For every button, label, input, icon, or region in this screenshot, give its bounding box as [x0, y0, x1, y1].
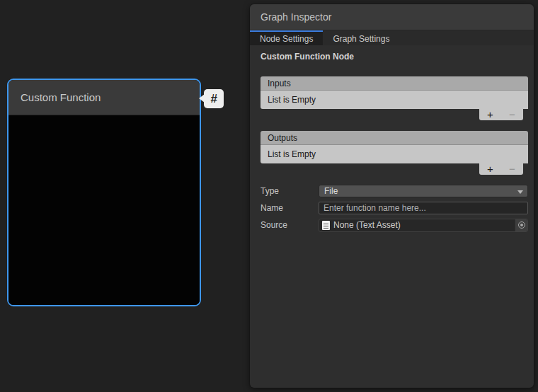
node-title: Custom Function [21, 91, 101, 103]
source-object-field[interactable]: None (Text Asset) [319, 219, 528, 232]
shader-graph-window: Custom Function # Graph Inspector Node S… [0, 0, 538, 392]
node-header[interactable]: Custom Function [8, 80, 200, 115]
node-settings-heading: Custom Function Node [261, 52, 528, 62]
type-row: Type File [261, 185, 528, 197]
inputs-add-button[interactable]: + [487, 110, 493, 120]
type-dropdown[interactable]: File [319, 185, 528, 197]
tab-node-settings-label: Node Settings [260, 34, 313, 44]
inputs-list-body: List is Empty [261, 91, 528, 109]
node-body [8, 115, 200, 306]
outputs-list-footer-row: + − [261, 163, 528, 175]
name-input[interactable] [319, 202, 528, 214]
chevron-down-icon [517, 190, 523, 194]
inputs-list-header: Inputs [261, 76, 528, 91]
hash-icon: # [210, 92, 217, 106]
panel-title: Graph Inspector [261, 11, 331, 23]
inputs-list-footer-row: + − [261, 109, 528, 120]
outputs-list: Outputs List is Empty + − [261, 131, 528, 175]
source-object-value: None (Text Asset) [333, 220, 401, 230]
outputs-empty-text: List is Empty [268, 149, 316, 159]
outputs-remove-button[interactable]: − [509, 164, 515, 174]
inputs-remove-button[interactable]: − [509, 110, 515, 120]
text-asset-icon [322, 221, 330, 230]
tab-graph-settings[interactable]: Graph Settings [323, 30, 399, 45]
name-label: Name [261, 203, 319, 213]
tab-graph-settings-label: Graph Settings [333, 34, 389, 44]
inputs-list-footer: + − [479, 109, 523, 120]
outputs-list-body: List is Empty [261, 145, 528, 163]
outputs-list-footer: + − [479, 163, 523, 175]
inputs-list-title: Inputs [268, 79, 291, 88]
outputs-add-button[interactable]: + [487, 164, 493, 174]
inputs-list: Inputs List is Empty + − [261, 76, 528, 120]
inspector-content: Custom Function Node Inputs List is Empt… [250, 45, 534, 231]
name-row: Name [261, 202, 528, 214]
custom-function-node[interactable]: Custom Function [7, 79, 201, 306]
panel-title-bar[interactable]: Graph Inspector [250, 4, 534, 30]
inspector-tab-bar: Node Settings Graph Settings [250, 30, 534, 45]
object-picker-button[interactable] [515, 219, 527, 231]
type-dropdown-value: File [324, 186, 338, 196]
outputs-list-title: Outputs [268, 133, 297, 143]
graph-inspector-panel: Graph Inspector Node Settings Graph Sett… [250, 4, 534, 388]
tab-node-settings[interactable]: Node Settings [250, 30, 323, 45]
source-row: Source None (Text Asset) [261, 219, 528, 231]
hash-badge[interactable]: # [204, 89, 224, 108]
object-picker-icon [518, 221, 525, 229]
type-label: Type [261, 186, 319, 196]
outputs-list-header: Outputs [261, 131, 528, 145]
node-settings-form: Type File Name Source None (Text Asset) [261, 185, 528, 231]
source-label: Source [261, 220, 319, 230]
inputs-empty-text: List is Empty [268, 95, 316, 105]
